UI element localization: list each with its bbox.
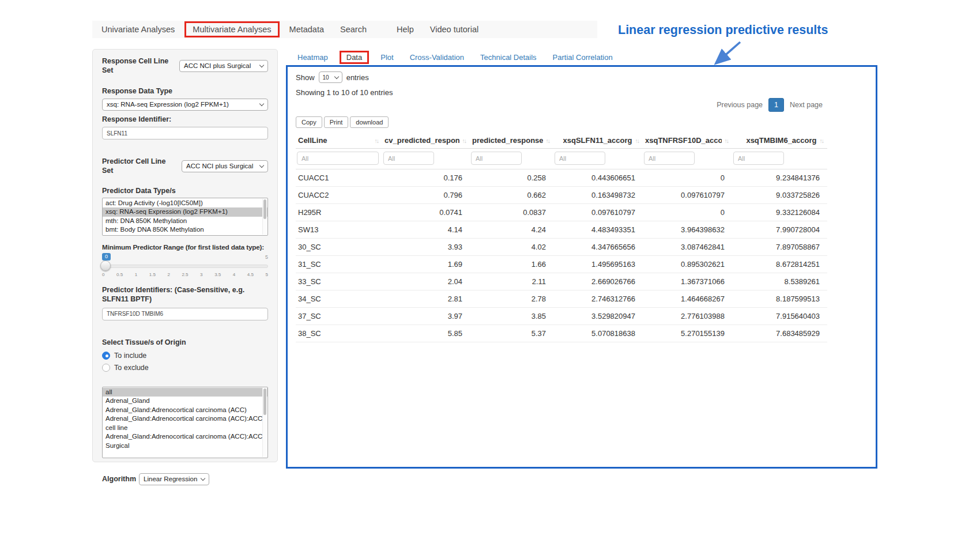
predictor-cell-line-set-select[interactable]: ACC NCI plus Surgical xyxy=(182,160,268,172)
table-row[interactable]: CUACC20.7960.6620.1634987320.0976107979.… xyxy=(296,187,827,204)
tab-heatmap[interactable]: Heatmap xyxy=(292,51,334,64)
slider-tick-5: 5 xyxy=(266,272,268,277)
value-cell: 8.187599513 xyxy=(732,290,827,308)
predictor-option-mth-dna-850k-methylation[interactable]: mth: DNA 850K Methylation xyxy=(103,217,267,226)
filter-input-cellline[interactable] xyxy=(297,152,379,165)
value-cell: 9.234841376 xyxy=(732,169,827,187)
tab-plot[interactable]: Plot xyxy=(375,51,399,64)
algorithm-select[interactable]: Linear Regression xyxy=(139,473,209,485)
table-row[interactable]: 33_SC2.042.112.6690267661.3673710668.538… xyxy=(296,273,827,290)
tissue-option-adrenal-gland-adrenocortical-carcinoma-acc-acc-surgical[interactable]: Adrenal_Gland:Adrenocortical carcinoma (… xyxy=(103,432,267,450)
slider-track[interactable] xyxy=(102,265,268,268)
column-header-predicted-response[interactable]: predicted_response↑↓ xyxy=(470,133,553,149)
result-tabs: HeatmapDataPlotCross-ValidationTechnical… xyxy=(292,51,623,64)
sort-icon[interactable]: ↑↓ xyxy=(375,137,380,144)
predictor-data-type-listbox[interactable]: act: Drug Activity (-log10[IC50M])xsq: R… xyxy=(102,198,268,236)
value-cell: 1.66 xyxy=(470,256,553,273)
slider-value-badge: 0 xyxy=(102,253,111,261)
tab-data[interactable]: Data xyxy=(340,51,369,64)
response-data-type-select[interactable]: xsq: RNA-seq Expression (log2 FPKM+1) xyxy=(102,99,268,111)
table-row[interactable]: 37_SC3.973.853.5298209472.7761039887.915… xyxy=(296,308,827,325)
slider-handle[interactable] xyxy=(100,261,111,271)
nav-item-metadata[interactable]: Metadata xyxy=(281,22,332,37)
predictor-option-bmt-body-dna-850k-methylation[interactable]: bmt: Body DNA 850K Methylation xyxy=(103,225,267,235)
nav-item-help[interactable]: Help xyxy=(389,22,422,37)
slider-tick-4-5: 4.5 xyxy=(247,272,254,277)
table-row[interactable]: 38_SC5.855.375.0708186385.2701551397.683… xyxy=(296,325,827,342)
filter-input-xsqslfn11-accorg[interactable] xyxy=(555,152,605,165)
value-cell: 3.85 xyxy=(470,308,553,325)
column-header-xsqslfn11-accorg[interactable]: xsqSLFN11_accorg↑↓ xyxy=(553,133,643,149)
tab-partial-correlation[interactable]: Partial Correlation xyxy=(547,51,619,64)
table-row[interactable]: SW134.144.244.4834933513.9643986327.9907… xyxy=(296,221,827,239)
sort-icon[interactable]: ↑↓ xyxy=(820,137,826,144)
table-row[interactable]: 31_SC1.691.661.4956951630.8953026218.672… xyxy=(296,256,827,273)
nav-item-video-tutorial[interactable]: Video tutorial xyxy=(422,22,487,37)
download-button[interactable]: download xyxy=(350,116,389,128)
nav-item-search[interactable]: Search xyxy=(332,22,375,37)
table-row[interactable]: CUACC10.1760.2580.44360665109.234841376 xyxy=(296,169,827,187)
column-header-cellline[interactable]: CellLine↑↓ xyxy=(296,133,382,149)
value-cell: 0.443606651 xyxy=(553,169,643,187)
scrollbar-thumb[interactable] xyxy=(263,199,266,219)
slider-tick-0: 0 xyxy=(102,272,104,277)
tissue-origin-label: Select Tissue/s of Origin xyxy=(102,338,268,347)
radio-to-include[interactable]: To include xyxy=(102,352,268,360)
cellline-cell: CUACC2 xyxy=(296,187,382,204)
table-row[interactable]: 34_SC2.812.782.7463127661.4646682678.187… xyxy=(296,290,827,308)
sort-icon[interactable]: ↑↓ xyxy=(546,137,552,144)
filter-input-xsqtnfrsf10d-accorg[interactable] xyxy=(644,152,695,165)
value-cell: 2.04 xyxy=(382,273,470,290)
value-cell: 0.258 xyxy=(470,169,553,187)
scrollbar-thumb[interactable] xyxy=(263,388,266,415)
current-page-button[interactable]: 1 xyxy=(768,98,784,112)
tissue-option-adrenal-gland[interactable]: Adrenal_Gland xyxy=(103,397,267,406)
value-cell: 8.5389261 xyxy=(732,273,827,290)
tissue-option-all[interactable]: all xyxy=(103,388,267,397)
predictor-option-xsq-rna-seq-expression-log2-fpkm-1[interactable]: xsq: RNA-seq Expression (log2 FPKM+1) xyxy=(103,207,267,217)
column-header-xsqtmbim6-accorg[interactable]: xsqTMBIM6_accorg↑↓ xyxy=(732,133,827,149)
value-cell: 0 xyxy=(643,169,732,187)
filter-input-xsqtmbim6-accorg[interactable] xyxy=(733,152,784,165)
predictor-identifiers-input[interactable] xyxy=(102,308,268,320)
filter-input-cv-predicted-response[interactable] xyxy=(383,152,434,165)
value-cell: 4.483493351 xyxy=(553,221,643,239)
response-identifier-label: Response Identifier: xyxy=(102,115,268,124)
scrollbar-track[interactable] xyxy=(262,388,267,457)
radio-to-exclude[interactable]: To exclude xyxy=(102,364,268,372)
value-cell: 5.270155139 xyxy=(643,325,732,342)
value-cell: 0.662 xyxy=(470,187,553,204)
tab-cross-validation[interactable]: Cross-Validation xyxy=(404,51,470,64)
sort-icon[interactable]: ↑↓ xyxy=(462,137,468,144)
tissue-option-adrenal-gland-adrenocortical-carcinoma-acc-acc-cell-line[interactable]: Adrenal_Gland:Adrenocortical carcinoma (… xyxy=(103,414,267,432)
response-identifier-input[interactable] xyxy=(102,127,268,139)
response-cell-line-set-select[interactable]: ACC NCI plus Surgical xyxy=(179,60,268,72)
nav-item-multivariate-analyses[interactable]: Multivariate Analyses xyxy=(184,21,279,37)
scrollbar-track[interactable] xyxy=(262,199,267,235)
previous-page-button[interactable]: Previous page xyxy=(712,98,767,112)
value-cell: 5.070818638 xyxy=(553,325,643,342)
copy-button[interactable]: Copy xyxy=(296,116,322,128)
cellline-cell: 34_SC xyxy=(296,290,382,308)
results-table: CellLine↑↓cv_predicted_response↑↓predict… xyxy=(296,133,827,342)
tissue-option-adrenal-gland-adrenocortical-carcinoma-acc[interactable]: Adrenal_Gland:Adrenocortical carcinoma (… xyxy=(103,406,267,415)
table-row[interactable]: 30_SC3.934.024.3476656563.0874628417.897… xyxy=(296,239,827,256)
table-row[interactable]: H295R0.07410.08370.09761079709.332126084 xyxy=(296,204,827,221)
radio-include-icon[interactable] xyxy=(102,352,110,360)
sort-icon[interactable]: ↑↓ xyxy=(725,137,730,144)
filter-input-predicted-response[interactable] xyxy=(471,152,522,165)
tissue-listbox[interactable]: allAdrenal_GlandAdrenal_Gland:Adrenocort… xyxy=(102,387,268,458)
print-button[interactable]: Print xyxy=(324,116,349,128)
column-header-cv-predicted-response[interactable]: cv_predicted_response↑↓ xyxy=(382,133,470,149)
nav-item-univariate-analyses[interactable]: Univariate Analyses xyxy=(93,22,183,37)
radio-exclude-icon[interactable] xyxy=(102,364,110,372)
predictor-option-act-drug-activity-log10-ic50m[interactable]: act: Drug Activity (-log10[IC50M]) xyxy=(103,199,267,208)
value-cell: 0.097610797 xyxy=(553,204,643,221)
min-predictor-range-slider[interactable]: 0 5 00.511.522.533.544.55 xyxy=(102,253,268,281)
column-header-xsqtnfrsf10d-accorg[interactable]: xsqTNFRSF10D_accorg↑↓ xyxy=(643,133,732,149)
sort-icon[interactable]: ↑↓ xyxy=(635,137,641,144)
tab-technical-details[interactable]: Technical Details xyxy=(474,51,542,64)
next-page-button[interactable]: Next page xyxy=(785,98,827,112)
min-predictor-range-label: Minimum Predictor Range (for first liste… xyxy=(102,243,268,252)
page-length-select[interactable]: 10 xyxy=(319,71,342,83)
